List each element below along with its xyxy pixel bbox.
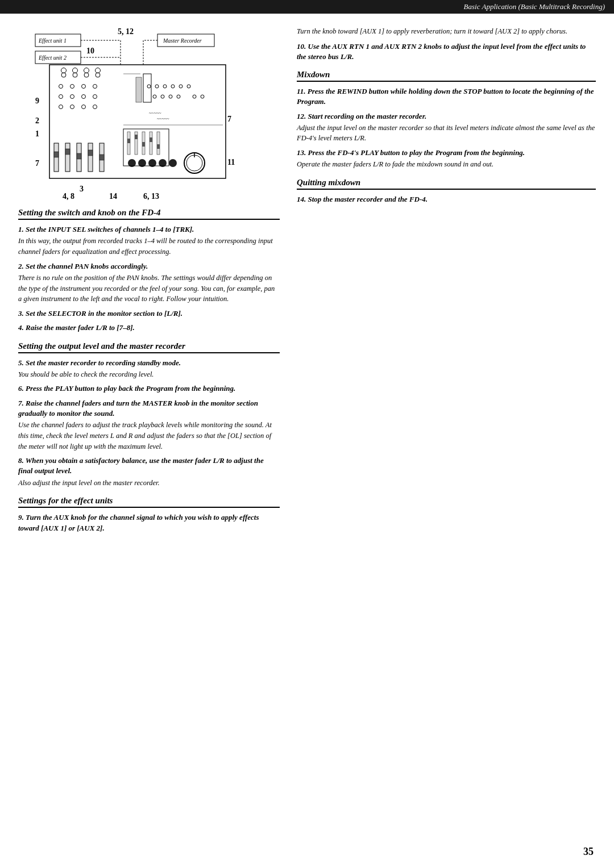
- step-12-body: Adjust the input level on the master rec…: [297, 123, 596, 144]
- svg-rect-84: [135, 135, 138, 139]
- step-7-body: Use the channel faders to adjust the tra…: [18, 420, 280, 452]
- svg-rect-38: [143, 74, 151, 102]
- svg-point-11: [73, 73, 77, 77]
- svg-point-19: [70, 95, 74, 99]
- svg-point-13: [96, 73, 100, 77]
- svg-text:Effect unit 1: Effect unit 1: [38, 37, 67, 44]
- heading-effect-units: Settings for the effect units: [18, 496, 280, 508]
- svg-text:3: 3: [80, 185, 84, 193]
- step-13-body: Operate the master faders L/R to fade th…: [297, 159, 596, 170]
- diagram: Effect unit 1 Effect unit 2 Master Recor…: [18, 24, 257, 200]
- step-10-bold: 10. Use the AUX RTN 1 and AUX RTN 2 knob…: [297, 41, 596, 62]
- svg-point-14: [59, 85, 63, 89]
- svg-text:7: 7: [35, 159, 39, 168]
- step-13-bold: 13. Press the FD-4's PLAY button to play…: [297, 148, 596, 158]
- svg-point-21: [93, 95, 97, 99]
- svg-point-32: [153, 95, 156, 98]
- svg-rect-53: [65, 149, 70, 155]
- svg-point-75: [73, 68, 78, 73]
- svg-point-35: [177, 95, 180, 98]
- page-number: 35: [583, 846, 594, 858]
- svg-rect-59: [99, 155, 104, 160]
- svg-point-20: [82, 95, 86, 99]
- step-2-body: There is no rule on the position of the …: [18, 273, 280, 304]
- svg-text:6, 13: 6, 13: [143, 192, 159, 200]
- svg-point-37: [201, 95, 204, 98]
- svg-text:11: 11: [227, 158, 235, 166]
- svg-point-48: [186, 155, 202, 171]
- step-12-bold: 12. Start recording on the master record…: [297, 111, 596, 122]
- svg-point-34: [169, 95, 172, 98]
- svg-point-77: [96, 68, 101, 73]
- svg-rect-57: [88, 150, 93, 156]
- svg-point-27: [155, 85, 159, 88]
- svg-rect-82: [127, 139, 130, 143]
- step-8-bold: 8. When you obtain a satisfactory balanc…: [18, 456, 280, 476]
- step-7-bold: 7. Raise the channel faders and turn the…: [18, 398, 280, 419]
- header-bar: Basic Application (Basic Multitrack Reco…: [0, 0, 614, 14]
- step-6-bold: 6. Press the PLAY button to play back th…: [18, 383, 280, 394]
- section-switch-knob: Setting the switch and knob on the FD-4 …: [18, 208, 280, 333]
- section-mixdown: Mixdown 11. Press the REWIND button whil…: [297, 70, 596, 170]
- svg-point-16: [82, 85, 86, 89]
- svg-rect-51: [54, 152, 59, 157]
- svg-point-31: [187, 85, 190, 88]
- svg-text:10: 10: [86, 47, 94, 55]
- svg-text:9: 9: [35, 97, 39, 105]
- header-title: Basic Application (Basic Multitrack Reco…: [464, 2, 605, 11]
- heading-quitting: Quitting mixdown: [297, 178, 596, 190]
- svg-point-17: [93, 85, 97, 89]
- heading-mixdown: Mixdown: [297, 70, 596, 82]
- svg-point-22: [59, 105, 63, 109]
- svg-rect-56: [88, 143, 93, 172]
- svg-point-26: [147, 85, 151, 88]
- svg-text:Effect unit 2: Effect unit 2: [38, 55, 67, 61]
- step-3-bold: 3. Set the SELECTOR in the monitor secti…: [18, 308, 280, 319]
- svg-rect-87: [150, 132, 152, 155]
- section-effect-units: Settings for the effect units 9. Turn th…: [18, 496, 280, 533]
- svg-point-12: [84, 73, 89, 77]
- svg-point-46: [169, 159, 177, 167]
- svg-point-24: [82, 105, 86, 109]
- left-column: Effect unit 1 Effect unit 2 Master Recor…: [18, 24, 280, 535]
- svg-rect-88: [150, 137, 152, 142]
- svg-point-15: [70, 85, 74, 89]
- svg-point-29: [171, 85, 175, 88]
- step-5-body: You should be able to check the recordin…: [18, 369, 280, 380]
- svg-text:~~~~~: ~~~~~: [157, 116, 169, 122]
- svg-text:14: 14: [109, 192, 117, 200]
- step-9-bold: 9. Turn the AUX knob for the channel sig…: [18, 512, 280, 533]
- svg-point-28: [163, 85, 167, 88]
- svg-point-23: [70, 105, 74, 109]
- svg-text:Master Recorder: Master Recorder: [163, 37, 202, 44]
- svg-point-25: [93, 105, 97, 109]
- svg-text:1: 1: [35, 130, 39, 138]
- svg-text:4, 8: 4, 8: [63, 192, 74, 200]
- heading-output-level: Setting the output level and the master …: [18, 341, 280, 353]
- svg-rect-55: [77, 153, 81, 159]
- step-5-bold: 5. Set the master recorder to recording …: [18, 358, 280, 368]
- svg-text:5, 12: 5, 12: [118, 27, 134, 36]
- svg-text:2: 2: [35, 116, 39, 125]
- step-1-body: In this way, the output from recorded tr…: [18, 236, 280, 257]
- step-14-bold: 14. Stop the master recorder and the FD-…: [297, 194, 596, 205]
- step-1-bold: 1. Set the INPUT SEL switches of channel…: [18, 224, 280, 235]
- section-quitting: Quitting mixdown 14. Stop the master rec…: [297, 178, 596, 205]
- svg-point-30: [179, 85, 182, 88]
- svg-text:~~~~~: ~~~~~: [149, 111, 161, 116]
- right-column: Turn the knob toward [AUX 1] to apply re…: [291, 24, 596, 535]
- svg-rect-39: [136, 77, 142, 102]
- svg-rect-90: [157, 144, 160, 149]
- svg-point-36: [193, 95, 196, 98]
- right-intro-text: Turn the knob toward [AUX 1] to apply re…: [297, 26, 596, 37]
- svg-rect-86: [142, 142, 145, 147]
- svg-text:7: 7: [227, 115, 231, 123]
- step-11-bold: 11. Press the REWIND button while holdin…: [297, 86, 596, 107]
- section-output-level: Setting the output level and the master …: [18, 341, 280, 489]
- step-4-bold: 4. Raise the master fader L/R to [7–8].: [18, 323, 280, 333]
- svg-point-74: [61, 68, 67, 73]
- step-8-body: Also adjust the input level on the maste…: [18, 478, 280, 489]
- svg-point-18: [59, 95, 63, 99]
- svg-rect-89: [157, 132, 160, 155]
- svg-rect-52: [65, 143, 70, 172]
